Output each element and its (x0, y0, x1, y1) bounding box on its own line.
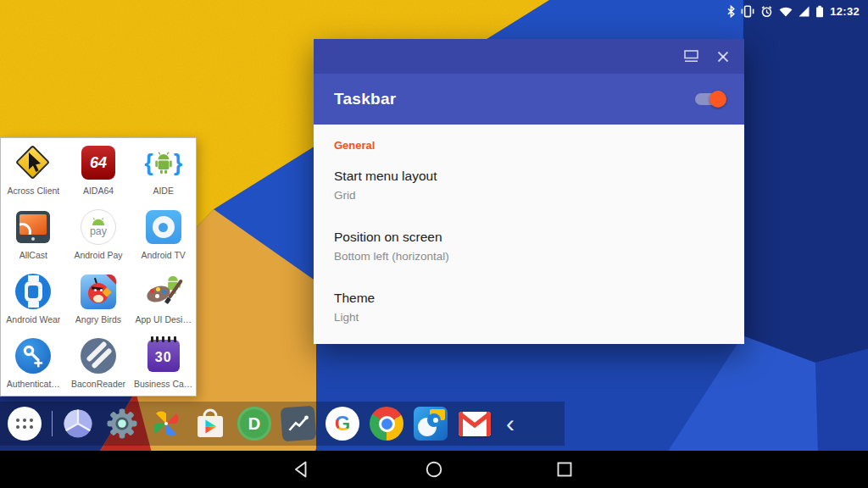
navigation-bar (0, 451, 868, 488)
app-android-wear[interactable]: Android Wear (1, 269, 66, 333)
clock-text: 12:32 (830, 5, 860, 18)
android-desktop: 12:32 Taskbar General (0, 0, 868, 488)
start-menu: Across Client 64 AIDA64 { (0, 137, 197, 396)
aida64-icon: 64 (80, 144, 117, 181)
gmail-icon[interactable] (458, 407, 492, 441)
solid-explorer-icon[interactable] (414, 407, 448, 441)
back-button[interactable] (293, 460, 312, 479)
recents-button[interactable] (555, 460, 574, 479)
business-calendar-icon: 30 (145, 337, 182, 374)
app-bar: Taskbar (314, 74, 744, 125)
wifi-icon (779, 6, 793, 18)
settings-content: General Start menu layout Grid Position … (314, 125, 744, 344)
android-tv-icon (145, 208, 182, 246)
allcast-icon (14, 208, 52, 246)
service-enabled-toggle[interactable] (695, 93, 724, 105)
setting-start-menu-layout[interactable]: Start menu layout Grid (334, 169, 724, 202)
app-angry-birds[interactable]: Angry Birds (66, 269, 131, 333)
setting-position-on-screen[interactable]: Position on screen Bottom left (horizont… (334, 230, 724, 263)
cellular-signal-icon (798, 6, 810, 17)
angry-birds-icon (80, 273, 117, 310)
window-title-bar[interactable] (314, 39, 744, 74)
settings-gear-icon[interactable] (105, 407, 139, 441)
setting-theme[interactable]: Theme Light (334, 291, 724, 324)
app-across-client[interactable]: Across Client (1, 140, 66, 204)
android-wear-icon (14, 273, 52, 310)
toggle-thumb (709, 91, 726, 108)
google-photos-icon[interactable] (149, 407, 183, 441)
baconreader-icon (80, 337, 117, 374)
app-ui-designer-icon (145, 273, 182, 310)
collapse-taskbar-button[interactable]: ‹ (502, 407, 519, 441)
app-allcast[interactable]: AllCast (1, 204, 66, 269)
battery-icon (815, 5, 824, 18)
all-apps-button[interactable] (8, 407, 42, 441)
aide-icon: { } (145, 144, 182, 181)
across-client-icon (14, 144, 52, 181)
cube-app-icon[interactable] (61, 407, 95, 441)
app-app-ui-designer[interactable]: App UI Desi… (131, 269, 196, 333)
app-android-tv[interactable]: Android TV (131, 204, 196, 269)
app-aide[interactable]: { } AIDE (131, 140, 196, 204)
alarm-icon (760, 5, 773, 18)
authenticator-icon (14, 337, 52, 374)
app-authenticator[interactable]: Authenticat… (1, 333, 66, 397)
app-baconreader[interactable]: BaconReader (66, 333, 131, 397)
pushbullet-icon[interactable]: D (237, 407, 271, 441)
app-android-pay[interactable]: pay Android Pay (66, 204, 131, 269)
section-heading: General (334, 139, 724, 152)
taskbar-settings-window: Taskbar General Start menu layout Grid P… (314, 39, 744, 344)
close-icon[interactable] (715, 50, 731, 64)
home-button[interactable] (425, 460, 443, 479)
window-title: Taskbar (334, 90, 397, 108)
taskbar: D G (0, 402, 565, 446)
analytics-app-icon[interactable] (281, 406, 317, 442)
status-bar: 12:32 (727, 0, 868, 23)
vibrate-icon (741, 5, 754, 18)
app-aida64[interactable]: 64 AIDA64 (66, 140, 131, 204)
google-app-icon[interactable]: G (326, 407, 359, 441)
chrome-icon[interactable] (370, 407, 403, 441)
apps-grid-icon (16, 419, 33, 429)
play-store-icon[interactable] (193, 407, 227, 441)
app-business-calendar[interactable]: 30 Business Ca… (131, 333, 196, 397)
bluetooth-icon (727, 5, 735, 18)
android-pay-icon: pay (80, 208, 117, 246)
taskbar-divider (52, 411, 53, 436)
fullscreen-icon[interactable] (683, 50, 698, 64)
